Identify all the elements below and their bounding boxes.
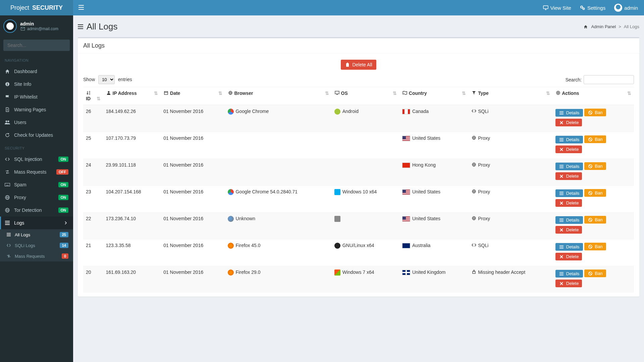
table-search-input[interactable]	[584, 75, 634, 84]
ban-button[interactable]: Ban	[584, 269, 606, 277]
flag-icon	[402, 216, 410, 222]
col-country-label: Country	[409, 90, 427, 96]
delete-button[interactable]: Delete	[555, 119, 582, 126]
col-date[interactable]: Date⇅	[161, 87, 225, 105]
sidebar-item-logs[interactable]: Logs	[0, 217, 73, 229]
sidebar-item-ipwhitelist[interactable]: IP Whitelist	[0, 90, 73, 103]
sidebar-item-spam[interactable]: SpamON	[0, 178, 73, 191]
details-button[interactable]: Details	[555, 189, 583, 197]
sidebar-item-siteinfo[interactable]: Site Info	[0, 78, 73, 90]
nav-label: IP Whitelist	[14, 94, 38, 100]
user-menu[interactable]: admin	[614, 4, 638, 12]
sidebar-sub-alllogs[interactable]: All Logs25	[0, 229, 73, 240]
sidebar-toggle[interactable]	[73, 5, 89, 11]
svg-point-53	[556, 91, 560, 95]
details-button[interactable]: Details	[555, 216, 583, 224]
browser-icon	[228, 109, 234, 115]
table-row: 22173.236.74.1001 November 2016UnknownUn…	[83, 213, 634, 239]
table-row: 20161.69.163.2001 November 2016Firefox 2…	[83, 266, 634, 293]
entries-length: Show 10 entries	[83, 75, 132, 84]
sort-icon: ⇅	[393, 90, 397, 96]
nav-label: Tor Detection	[14, 207, 42, 213]
delete-all-button[interactable]: Delete All	[341, 60, 376, 70]
search-input[interactable]	[3, 40, 70, 51]
svg-rect-33	[7, 236, 11, 236]
sidebar-item-massrequests[interactable]: Mass RequestsOFF	[0, 166, 73, 178]
cell-os: Windows 10 x64	[332, 186, 399, 213]
details-button[interactable]: Details	[555, 136, 583, 143]
details-button[interactable]: Details	[555, 163, 583, 170]
brand[interactable]: Project SECURITY	[0, 0, 73, 15]
avatar-icon	[3, 19, 17, 33]
sidebar-item-warning[interactable]: Warning Pages	[0, 103, 73, 116]
col-os-label: OS	[341, 90, 348, 96]
globe-icon	[228, 91, 233, 95]
sidebar-item-proxy[interactable]: ProxyON	[0, 191, 73, 204]
col-actions[interactable]: Actions⇅	[553, 87, 634, 105]
svg-rect-95	[559, 220, 564, 221]
breadcrumb-admin[interactable]: Admin Panel	[591, 24, 616, 29]
delete-button[interactable]: Delete	[555, 226, 582, 234]
sidebar-item-users[interactable]: Users	[0, 116, 73, 129]
svg-line-78	[589, 165, 591, 167]
sidebar-item-tor[interactable]: Tor DetectionON	[0, 204, 73, 217]
cell-type: SQLi	[469, 239, 552, 266]
sort-icon: ⇅	[97, 96, 101, 101]
details-button[interactable]: Details	[555, 270, 583, 278]
svg-rect-103	[559, 248, 564, 249]
sidebar-item-sqlinjection[interactable]: SQL InjectionON	[0, 153, 73, 166]
sidebar-sub-sqlilogs[interactable]: SQLi Logs14	[0, 240, 73, 251]
col-os[interactable]: OS⇅	[332, 87, 399, 105]
svg-rect-34	[78, 24, 83, 25]
col-ip[interactable]: IP Address⇅	[103, 87, 161, 105]
svg-rect-30	[5, 224, 10, 225]
cell-os: Android	[332, 105, 399, 132]
status-badge: ON	[58, 157, 69, 162]
delete-button[interactable]: Delete	[555, 253, 582, 260]
ban-button[interactable]: Ban	[584, 162, 606, 170]
delete-button[interactable]: Delete	[555, 280, 582, 287]
status-badge: ON	[58, 195, 69, 200]
nav-label: Spam	[14, 182, 26, 187]
sidebar-item-updates[interactable]: Check for Updates	[0, 129, 73, 141]
ban-button[interactable]: Ban	[584, 216, 606, 224]
list-icon	[559, 219, 564, 222]
cell-browser: Google Chrome 54.0.2840.71	[225, 186, 332, 213]
cell-country: United States	[399, 186, 469, 213]
sub-label: Mass Requests	[15, 254, 45, 259]
view-site-link[interactable]: View Site	[543, 5, 571, 11]
sidebar-item-dashboard[interactable]: Dashboard	[0, 65, 73, 78]
keyboard-icon	[5, 183, 10, 186]
nav-label: Proxy	[14, 195, 26, 200]
sidebar-sub-massreq[interactable]: Mass Requests0	[0, 251, 73, 261]
svg-rect-2	[78, 9, 84, 10]
details-button[interactable]: Details	[555, 109, 583, 117]
col-id[interactable]: ID⇅	[83, 87, 103, 105]
delete-button[interactable]: Delete	[555, 172, 582, 180]
ban-button[interactable]: Ban	[584, 109, 606, 116]
cell-date: 01 November 2016	[161, 239, 225, 266]
cell-browser: Firefox 45.0	[225, 239, 332, 266]
delete-button[interactable]: Delete	[555, 145, 582, 153]
svg-rect-96	[559, 221, 564, 222]
svg-rect-12	[7, 84, 8, 85]
delete-button[interactable]: Delete	[555, 199, 582, 207]
col-browser-label: Browser	[234, 90, 253, 96]
svg-rect-35	[78, 26, 83, 27]
filter-icon	[471, 91, 477, 95]
ban-button[interactable]: Ban	[584, 135, 606, 143]
cell-country: Canada	[399, 105, 469, 132]
settings-link[interactable]: Settings	[580, 5, 605, 11]
col-type[interactable]: Type⇅	[469, 87, 552, 105]
col-country[interactable]: Country⇅	[399, 87, 469, 105]
details-button[interactable]: Details	[555, 243, 583, 251]
user-panel: admin admin@mail.com	[0, 15, 73, 37]
col-browser[interactable]: Browser⇅	[225, 87, 332, 105]
entries-select[interactable]: 10	[98, 75, 115, 84]
ban-button[interactable]: Ban	[584, 243, 606, 250]
list-icon	[559, 245, 564, 249]
map-icon	[402, 91, 408, 95]
avatar-icon	[614, 4, 622, 12]
svg-line-58	[589, 111, 591, 114]
ban-button[interactable]: Ban	[584, 189, 606, 197]
